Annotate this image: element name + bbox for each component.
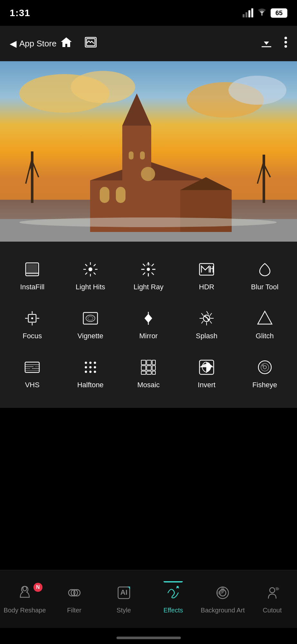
svg-rect-83 — [25, 362, 39, 372]
vhs-label: VHS — [25, 381, 40, 389]
svg-point-6 — [284, 45, 287, 48]
svg-point-0 — [261, 14, 263, 15]
splash-label: Splash — [196, 332, 217, 340]
cutout-label: Cutout — [263, 607, 282, 614]
glitch-icon — [256, 309, 274, 327]
nav-right-icons — [260, 36, 287, 52]
filter-icon — [66, 584, 83, 603]
status-right: 65 — [243, 8, 287, 18]
tools-grid: InstaFill Light Hits — [3, 251, 294, 398]
tab-effects[interactable]: Effects — [148, 581, 198, 617]
tab-body-reshape[interactable]: N Body Reshape — [0, 581, 50, 617]
hdr-icon — [198, 260, 216, 278]
light-hits-icon — [81, 260, 99, 278]
svg-rect-99 — [141, 360, 146, 365]
mosaic-label: Mosaic — [137, 381, 160, 389]
tool-light-hits[interactable]: Light Hits — [61, 251, 120, 300]
fisheye-icon — [256, 358, 274, 376]
svg-line-74 — [210, 313, 212, 316]
halftone-icon — [81, 358, 99, 376]
focus-label: Focus — [23, 332, 42, 340]
effects-label: Effects — [163, 607, 183, 614]
body-reshape-label: Body Reshape — [4, 607, 46, 614]
back-arrow-icon: ◀ — [10, 38, 17, 49]
svg-point-65 — [31, 317, 33, 319]
tool-vhs[interactable]: VHS — [3, 349, 61, 398]
svg-point-109 — [258, 361, 271, 374]
svg-line-80 — [201, 313, 203, 316]
instafill-label: InstaFill — [20, 283, 44, 291]
tool-focus[interactable]: Focus — [3, 300, 61, 349]
splash-icon — [198, 309, 216, 327]
tool-mosaic[interactable]: Mosaic — [119, 349, 178, 398]
svg-rect-104 — [152, 366, 155, 370]
tool-glitch[interactable]: Glitch — [236, 300, 294, 349]
svg-line-52 — [152, 273, 154, 275]
svg-point-97 — [89, 371, 91, 373]
tool-fisheye[interactable]: Fisheye — [236, 349, 294, 398]
svg-point-113 — [23, 586, 27, 591]
mosaic-icon — [139, 358, 157, 376]
hdr-label: HDR — [199, 283, 214, 291]
svg-rect-106 — [147, 371, 151, 374]
svg-point-92 — [94, 362, 96, 364]
instafill-icon — [23, 260, 41, 278]
svg-line-54 — [143, 273, 145, 275]
svg-point-46 — [147, 268, 150, 271]
svg-point-94 — [89, 366, 91, 369]
home-indicator — [116, 637, 181, 639]
svg-rect-26 — [140, 151, 145, 159]
svg-marker-71 — [148, 314, 152, 323]
more-icon[interactable] — [284, 36, 287, 51]
tool-instafill[interactable]: InstaFill — [3, 251, 61, 300]
focus-icon — [23, 309, 41, 327]
home-icon[interactable] — [60, 36, 73, 51]
tab-cutout[interactable]: Cutout — [247, 581, 297, 617]
signal-icon — [243, 8, 253, 17]
svg-point-119 — [177, 586, 178, 588]
vhs-icon — [23, 358, 41, 376]
style-label: Style — [116, 607, 131, 614]
svg-point-5 — [284, 41, 287, 43]
svg-point-11 — [228, 76, 286, 105]
blur-label: Blur Tool — [251, 283, 278, 291]
filter-label: Filter — [67, 607, 81, 614]
tool-halftone[interactable]: Halftone — [61, 349, 120, 398]
svg-marker-70 — [144, 314, 148, 323]
halftone-label: Halftone — [77, 381, 104, 389]
tool-blur[interactable]: Blur Tool — [236, 251, 294, 300]
gallery-icon[interactable] — [84, 36, 97, 51]
tools-panel: InstaFill Light Hits — [0, 242, 297, 408]
tool-vignette[interactable]: Vignette — [61, 300, 120, 349]
vignette-label: Vignette — [78, 332, 103, 340]
background-art-icon — [214, 584, 231, 603]
svg-point-68 — [88, 316, 93, 320]
light-ray-icon — [139, 260, 157, 278]
tab-filter[interactable]: Filter — [50, 581, 99, 617]
tool-light-ray[interactable]: Light Ray — [119, 251, 178, 300]
body-reshape-icon — [16, 584, 33, 603]
glitch-label: Glitch — [256, 332, 274, 340]
photo-image — [0, 61, 297, 242]
svg-point-95 — [94, 366, 96, 369]
tab-style[interactable]: AI Style — [99, 581, 149, 617]
download-icon[interactable] — [260, 36, 273, 52]
svg-rect-101 — [152, 360, 155, 365]
svg-point-111 — [263, 366, 266, 369]
back-button[interactable]: ◀ App Store — [10, 38, 57, 49]
svg-line-78 — [201, 321, 203, 323]
back-label: App Store — [19, 39, 57, 49]
tool-invert[interactable]: Invert — [178, 349, 236, 398]
tool-hdr[interactable]: HDR — [178, 251, 236, 300]
vignette-icon — [81, 309, 99, 327]
tab-background-art[interactable]: Background Art — [198, 581, 247, 617]
photo-background — [0, 61, 297, 242]
svg-line-43 — [94, 273, 96, 274]
status-time: 1:31 — [10, 7, 30, 18]
effects-icon — [165, 584, 181, 603]
tool-mirror[interactable]: Mirror — [119, 300, 178, 349]
svg-marker-82 — [258, 311, 272, 324]
tool-splash[interactable]: Splash — [178, 300, 236, 349]
svg-point-93 — [85, 366, 87, 369]
light-hits-label: Light Hits — [76, 283, 105, 291]
